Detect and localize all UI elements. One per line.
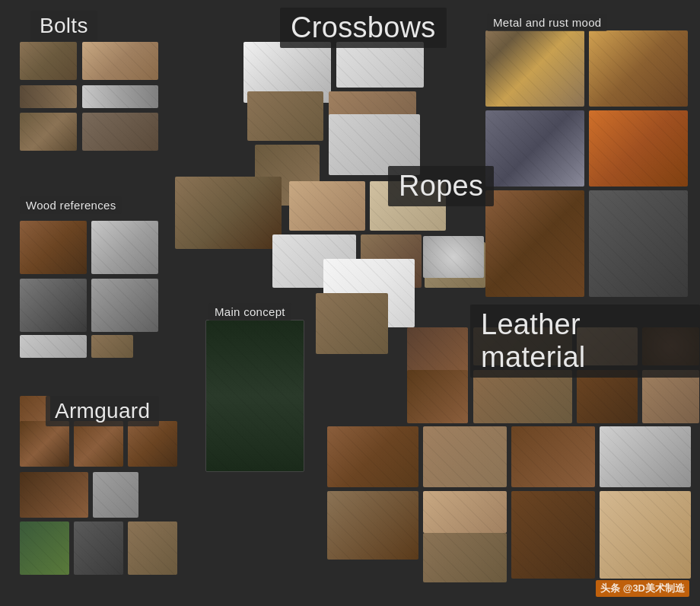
wood-image-3 <box>20 279 87 332</box>
metal-image-2 <box>589 30 688 107</box>
crossbow-image-7 <box>175 177 282 249</box>
metal-image-1 <box>485 30 584 107</box>
rope-image-1 <box>289 181 365 231</box>
leather-image-12 <box>600 426 691 487</box>
wood-image-1 <box>20 221 87 274</box>
leather-image-11 <box>511 426 595 487</box>
concept-secondary-image <box>316 293 388 354</box>
leather-image-13 <box>327 491 418 560</box>
wood-references-label: Wood references <box>20 196 122 214</box>
metal-image-3 <box>485 110 584 187</box>
wood-image-5 <box>20 335 87 358</box>
leather-image-9 <box>327 426 418 487</box>
bolts-image-1 <box>20 42 77 80</box>
bolts-image-6 <box>82 113 158 151</box>
leather-material-label: Leather material <box>470 305 700 378</box>
armguard-label: Armguard <box>46 396 159 426</box>
armguard-image-4 <box>20 472 88 518</box>
armguard-image-8 <box>128 521 177 575</box>
armguard-image-6 <box>20 521 69 575</box>
crossbow-image-3 <box>247 91 323 141</box>
metal-image-5 <box>485 190 584 297</box>
bolts-image-5 <box>20 113 77 151</box>
armguard-image-5 <box>93 472 138 518</box>
metal-image-4 <box>589 110 688 187</box>
leather-image-6 <box>473 370 572 423</box>
leather-image-17 <box>600 491 691 579</box>
armguard-image-7 <box>74 521 123 575</box>
rope-image-7 <box>423 236 484 278</box>
bolts-image-3 <box>20 85 77 108</box>
metal-image-6 <box>589 190 688 297</box>
bolts-image-2 <box>82 42 158 80</box>
bolts-label: Bolts <box>30 11 97 41</box>
bolts-image-4 <box>82 85 158 108</box>
leather-image-5 <box>407 370 468 423</box>
metal-rust-label: Metal and rust mood <box>487 14 607 31</box>
leather-image-16 <box>511 491 595 579</box>
ropes-label: Ropes <box>388 166 494 206</box>
leather-image-10 <box>423 426 507 487</box>
watermark: 头条 @3D美术制造 <box>596 580 689 597</box>
leather-image-15 <box>423 533 507 582</box>
armguard-image-1 <box>20 421 69 467</box>
leather-image-14 <box>423 491 507 533</box>
wood-image-6 <box>91 335 133 358</box>
leather-image-7 <box>577 370 638 423</box>
leather-image-8 <box>642 370 699 423</box>
armguard-image-3 <box>128 421 177 467</box>
concept-main-image <box>205 320 304 472</box>
wood-image-4 <box>91 279 158 332</box>
armguard-image-2 <box>74 421 123 467</box>
crossbows-label: Crossbows <box>280 8 447 48</box>
main-concept-label: Main concept <box>208 303 291 321</box>
wood-image-2 <box>91 221 158 274</box>
crossbow-image-2 <box>336 42 424 88</box>
